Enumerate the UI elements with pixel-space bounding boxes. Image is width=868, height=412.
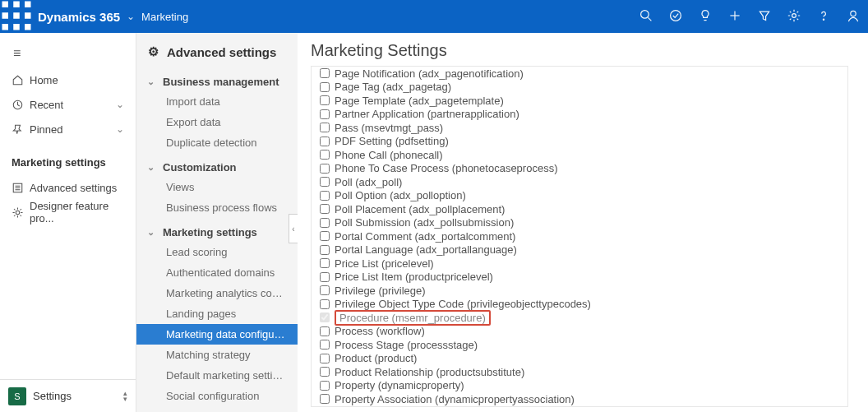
entity-checkbox[interactable]	[320, 312, 330, 322]
help-icon[interactable]	[809, 9, 838, 25]
svg-point-16	[792, 13, 796, 17]
entity-checkbox[interactable]	[320, 68, 330, 78]
entity-row[interactable]: Phone Call (phonecall)	[312, 148, 847, 162]
chevron-down-icon: ⌄	[116, 99, 124, 110]
tree-item[interactable]: Social configuration	[136, 386, 298, 406]
entity-checkbox[interactable]	[320, 285, 330, 295]
entity-row[interactable]: Procedure (msemr_procedure)	[312, 311, 847, 325]
nav-advanced-settings[interactable]: Advanced settings	[0, 175, 136, 200]
entity-checkbox[interactable]	[320, 177, 330, 187]
entity-label: Portal Comment (adx_portalcomment)	[335, 230, 515, 243]
entity-checkbox[interactable]	[320, 204, 330, 214]
entity-row[interactable]: Partner Application (partnerapplication)	[312, 108, 847, 122]
lightbulb-icon[interactable]	[690, 9, 720, 25]
entity-row[interactable]: Poll Option (adx_polloption)	[312, 189, 847, 203]
nav-item-label: Advanced settings	[30, 182, 124, 194]
main-area: ≡ Home Recent ⌄ Pinned ⌄ Marketing setti…	[0, 33, 868, 412]
tree-item[interactable]: Business process flows	[136, 197, 298, 218]
entity-row[interactable]: Portal Language (adx_portallanguage)	[312, 243, 847, 257]
tree-item[interactable]: Export data	[136, 112, 298, 132]
svg-rect-2	[25, 1, 31, 7]
entity-row[interactable]: Page Tag (adx_pagetag)	[312, 81, 847, 95]
entity-checkbox[interactable]	[320, 150, 330, 160]
content-panel: Marketing Settings Page Notification (ad…	[298, 33, 868, 412]
entity-row[interactable]: Portal Comment (adx_portalcomment)	[312, 229, 847, 243]
entity-checkbox[interactable]	[320, 137, 330, 146]
tree-item[interactable]: Landing pages	[136, 303, 298, 324]
tree-item[interactable]: Import data	[136, 91, 298, 112]
topbar: Dynamics 365 ⌄ Marketing	[0, 0, 868, 33]
tree-group-header[interactable]: ⌄Marketing settings	[136, 218, 298, 242]
entity-row[interactable]: Pass (msevtmgt_pass)	[312, 121, 847, 135]
entity-row[interactable]: Page Template (adx_pagetemplate)	[312, 94, 847, 108]
tree-item[interactable]: Duplicate detection	[136, 132, 298, 153]
plus-icon[interactable]	[720, 9, 750, 25]
entity-checkbox[interactable]	[320, 231, 330, 241]
entity-row[interactable]: Privilege Object Type Code (privilegeobj…	[312, 298, 847, 312]
entity-checkbox[interactable]	[320, 394, 330, 404]
entity-row[interactable]: Phone To Case Process (phonetocaseproces…	[312, 162, 847, 176]
entity-label: Poll Placement (adx_pollplacement)	[335, 203, 505, 215]
brand-name[interactable]: Dynamics 365	[33, 10, 120, 24]
entity-row[interactable]: Property Association (dynamicpropertyass…	[312, 392, 847, 406]
collapse-handle[interactable]: ‹	[289, 214, 298, 243]
entity-row[interactable]: Price List Item (productpricelevel)	[312, 271, 847, 285]
entity-row[interactable]: Price List (pricelevel)	[312, 257, 847, 271]
entity-checkbox[interactable]	[320, 272, 330, 282]
hamburger-icon[interactable]: ≡	[0, 39, 136, 67]
tree-group-header[interactable]: ⌄Business management	[136, 67, 298, 91]
entity-checkbox[interactable]	[320, 95, 330, 105]
entity-label: Product (product)	[335, 352, 417, 364]
tree-item[interactable]: Marketing data configurat...	[136, 324, 298, 345]
entity-row[interactable]: Process Stage (processstage)	[312, 338, 847, 352]
tree-item[interactable]: Data protection tools	[136, 406, 298, 412]
search-icon[interactable]	[631, 9, 661, 25]
gear-icon[interactable]	[779, 9, 809, 25]
nav-pinned[interactable]: Pinned ⌄	[0, 117, 136, 141]
brand-caret-icon[interactable]: ⌄	[120, 11, 141, 22]
svg-point-17	[823, 19, 824, 20]
tree-group-header[interactable]: ⌄Customization	[136, 153, 298, 177]
entity-checkbox[interactable]	[320, 218, 330, 228]
entity-row[interactable]: Product (product)	[312, 352, 847, 366]
entity-checkbox[interactable]	[320, 299, 330, 309]
entity-checkbox[interactable]	[320, 164, 330, 174]
entity-checkbox[interactable]	[320, 258, 330, 268]
svg-rect-8	[25, 24, 31, 30]
entity-checkbox[interactable]	[320, 326, 330, 336]
entity-list[interactable]: Page Notification (adx_pagenotification)…	[311, 66, 848, 407]
entity-checkbox[interactable]	[320, 191, 330, 201]
entity-row[interactable]: Poll Submission (adx_pollsubmission)	[312, 216, 847, 230]
task-icon[interactable]	[661, 9, 690, 25]
entity-checkbox[interactable]	[320, 123, 330, 132]
entity-row[interactable]: Product Relationship (productsubstitute)	[312, 365, 847, 379]
entity-checkbox[interactable]	[320, 354, 330, 363]
nav-home[interactable]: Home	[0, 67, 136, 92]
nav-recent[interactable]: Recent ⌄	[0, 92, 136, 117]
area-switcher[interactable]: S Settings ▴▾	[0, 379, 136, 412]
entity-checkbox[interactable]	[320, 340, 330, 350]
tree-item[interactable]: Views	[136, 177, 298, 197]
entity-checkbox[interactable]	[320, 82, 330, 92]
tree-item[interactable]: Default marketing settings	[136, 365, 298, 386]
user-icon[interactable]	[838, 9, 868, 25]
entity-row[interactable]: Poll Placement (adx_pollplacement)	[312, 202, 847, 216]
entity-row[interactable]: Property (dynamicproperty)	[312, 379, 847, 393]
entity-checkbox[interactable]	[320, 109, 330, 119]
entity-row[interactable]: PDF Setting (pdfsetting)	[312, 135, 847, 149]
entity-row[interactable]: Process (workflow)	[312, 325, 847, 339]
entity-row[interactable]: Property Instance (dynamicpropertyinstan…	[312, 406, 847, 408]
tree-item[interactable]: Matching strategy	[136, 345, 298, 365]
filter-icon[interactable]	[750, 9, 779, 25]
entity-checkbox[interactable]	[320, 367, 330, 377]
tree-item[interactable]: Authenticated domains	[136, 262, 298, 283]
entity-row[interactable]: Poll (adx_poll)	[312, 175, 847, 189]
entity-row[interactable]: Privilege (privilege)	[312, 284, 847, 298]
entity-checkbox[interactable]	[320, 245, 330, 255]
entity-checkbox[interactable]	[320, 381, 330, 391]
app-launcher-icon[interactable]	[0, 0, 33, 35]
tree-item[interactable]: Lead scoring	[136, 242, 298, 262]
nav-designer-feature[interactable]: Designer feature pro...	[0, 200, 136, 225]
tree-item[interactable]: Marketing analytics config...	[136, 283, 298, 303]
entity-row[interactable]: Page Notification (adx_pagenotification)	[312, 67, 847, 81]
